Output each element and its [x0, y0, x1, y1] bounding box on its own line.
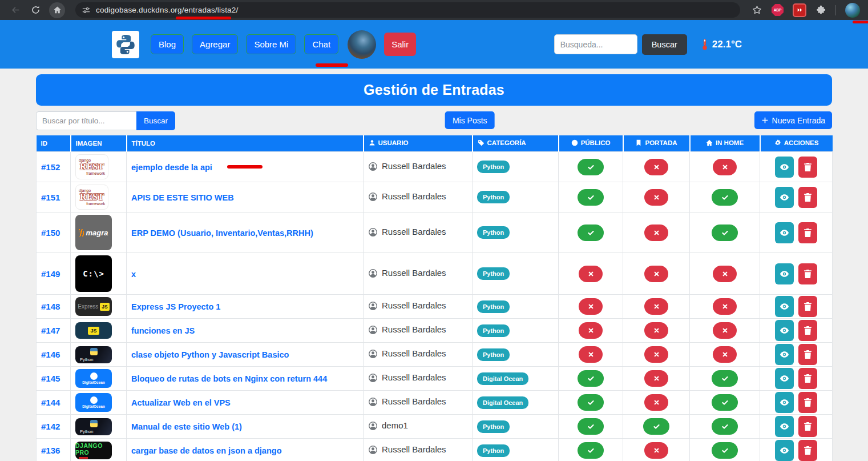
- view-button[interactable]: [775, 344, 794, 365]
- entry-id-link[interactable]: #150: [41, 228, 60, 238]
- entry-id-link[interactable]: #144: [41, 398, 60, 407]
- portada-off-toggle[interactable]: [644, 266, 668, 282]
- entry-thumbnail[interactable]: JS: [75, 322, 112, 339]
- in-home-off-toggle[interactable]: [713, 159, 737, 175]
- view-button[interactable]: [775, 368, 794, 389]
- extensions-puzzle-icon[interactable]: [816, 5, 826, 15]
- entry-title-link[interactable]: ERP DEMO (Usuario, Inventario,Ventas,RRH…: [131, 229, 313, 238]
- portada-off-toggle[interactable]: [644, 442, 668, 459]
- entry-id-link[interactable]: #152: [41, 162, 60, 172]
- view-button[interactable]: [775, 187, 794, 208]
- portada-off-toggle[interactable]: [644, 298, 668, 315]
- entry-title-link[interactable]: x: [131, 270, 136, 279]
- entry-thumbnail[interactable]: Python: [75, 418, 112, 435]
- nav-link-sobre-mi[interactable]: Sobre Mi: [246, 34, 296, 54]
- portada-off-toggle[interactable]: [644, 394, 668, 411]
- delete-button[interactable]: [798, 392, 817, 413]
- delete-button[interactable]: [798, 416, 817, 437]
- portada-off-toggle[interactable]: [644, 322, 668, 339]
- in-home-off-toggle[interactable]: [713, 322, 737, 339]
- entry-id-link[interactable]: #148: [41, 302, 60, 311]
- navbar-search-input[interactable]: [554, 34, 637, 54]
- new-entry-button[interactable]: Nueva Entrada: [754, 111, 832, 129]
- nav-link-blog[interactable]: Blog: [151, 34, 184, 54]
- portada-off-toggle[interactable]: [644, 159, 668, 175]
- entry-thumbnail[interactable]: djangoRESTframework: [75, 185, 108, 210]
- nav-link-agregar[interactable]: Agregar: [192, 34, 238, 54]
- entry-title-link[interactable]: Bloqueo de rutas de bots en Nginx con re…: [131, 374, 327, 383]
- filter-search-button[interactable]: Buscar: [136, 111, 175, 130]
- reload-icon[interactable]: [31, 5, 41, 15]
- view-button[interactable]: [775, 263, 794, 284]
- in-home-on-toggle[interactable]: [712, 442, 738, 459]
- portada-on-toggle[interactable]: [643, 418, 669, 435]
- my-posts-button[interactable]: Mis Posts: [445, 111, 495, 129]
- delete-button[interactable]: [798, 440, 817, 461]
- entry-id-link[interactable]: #142: [41, 422, 60, 431]
- entry-title-link[interactable]: ejemplo desde la api: [131, 163, 212, 172]
- entry-title-link[interactable]: Manual de este sitio Web (1): [131, 422, 242, 431]
- in-home-on-toggle[interactable]: [712, 370, 738, 387]
- navbar-search-button[interactable]: Buscar: [642, 34, 687, 55]
- in-home-on-toggle[interactable]: [712, 189, 738, 206]
- publico-on-toggle[interactable]: [578, 442, 604, 459]
- portada-off-toggle[interactable]: [644, 346, 668, 363]
- entry-thumbnail[interactable]: Python: [75, 346, 112, 363]
- entry-id-link[interactable]: #151: [41, 193, 60, 202]
- delete-button[interactable]: [798, 157, 817, 178]
- view-button[interactable]: [775, 416, 794, 437]
- view-button[interactable]: [775, 440, 794, 461]
- delete-button[interactable]: [798, 320, 817, 341]
- portada-off-toggle[interactable]: [644, 370, 668, 387]
- portada-off-toggle[interactable]: [644, 189, 668, 206]
- home-button[interactable]: [49, 2, 65, 18]
- entry-id-link[interactable]: #145: [41, 374, 60, 383]
- in-home-on-toggle[interactable]: [712, 225, 738, 241]
- in-home-on-toggle[interactable]: [712, 394, 738, 411]
- publico-on-toggle[interactable]: [578, 189, 604, 206]
- url-bar[interactable]: codigobase.duckdns.org/entradas/lista2/: [75, 2, 740, 18]
- entry-title-link[interactable]: funciones en JS: [131, 326, 195, 335]
- publico-off-toggle[interactable]: [579, 266, 603, 282]
- publico-on-toggle[interactable]: [578, 225, 604, 241]
- entry-id-link[interactable]: #147: [41, 326, 60, 335]
- delete-button[interactable]: [798, 187, 817, 208]
- entry-title-link[interactable]: Actualizar Web en el VPS: [131, 398, 231, 407]
- view-button[interactable]: [775, 296, 794, 317]
- user-avatar[interactable]: [348, 30, 376, 59]
- delete-button[interactable]: [798, 344, 817, 365]
- logout-button[interactable]: Salir: [384, 33, 416, 56]
- view-button[interactable]: [775, 392, 794, 413]
- delete-button[interactable]: [798, 263, 817, 284]
- entry-thumbnail[interactable]: ExpressJS: [75, 297, 112, 316]
- delete-button[interactable]: [798, 222, 817, 243]
- entry-thumbnail[interactable]: DJANGO PRO: [75, 442, 112, 459]
- adblock-extension-icon[interactable]: ABP: [772, 4, 784, 16]
- entry-thumbnail[interactable]: magra: [75, 215, 112, 250]
- entry-thumbnail[interactable]: C:\>: [75, 255, 112, 292]
- site-settings-icon[interactable]: [82, 6, 90, 14]
- entry-id-link[interactable]: #149: [41, 269, 60, 279]
- entry-thumbnail[interactable]: djangoRESTframework: [75, 154, 108, 179]
- in-home-on-toggle[interactable]: [712, 418, 738, 435]
- in-home-off-toggle[interactable]: [713, 298, 737, 315]
- entry-thumbnail[interactable]: DigitalOcean: [75, 393, 112, 412]
- browser-profile-avatar[interactable]: [845, 3, 860, 18]
- back-icon[interactable]: [11, 5, 21, 15]
- delete-button[interactable]: [798, 296, 817, 317]
- entry-title-link[interactable]: clase objeto Python y Javascript Basico: [131, 350, 289, 359]
- bookmark-star-icon[interactable]: [752, 5, 762, 15]
- publico-off-toggle[interactable]: [579, 298, 603, 315]
- view-button[interactable]: [775, 157, 794, 178]
- entry-title-link[interactable]: cargar base de datos en json a django: [131, 446, 282, 455]
- in-home-off-toggle[interactable]: [713, 266, 737, 282]
- python-logo-icon[interactable]: [112, 31, 139, 58]
- filter-title-input[interactable]: [36, 111, 136, 130]
- entry-id-link[interactable]: #136: [41, 446, 60, 455]
- delete-button[interactable]: [798, 368, 817, 389]
- publico-on-toggle[interactable]: [578, 370, 604, 387]
- view-button[interactable]: [775, 320, 794, 341]
- in-home-off-toggle[interactable]: [713, 346, 737, 363]
- nav-link-chat[interactable]: Chat: [304, 34, 338, 54]
- entry-thumbnail[interactable]: DigitalOcean: [75, 369, 112, 388]
